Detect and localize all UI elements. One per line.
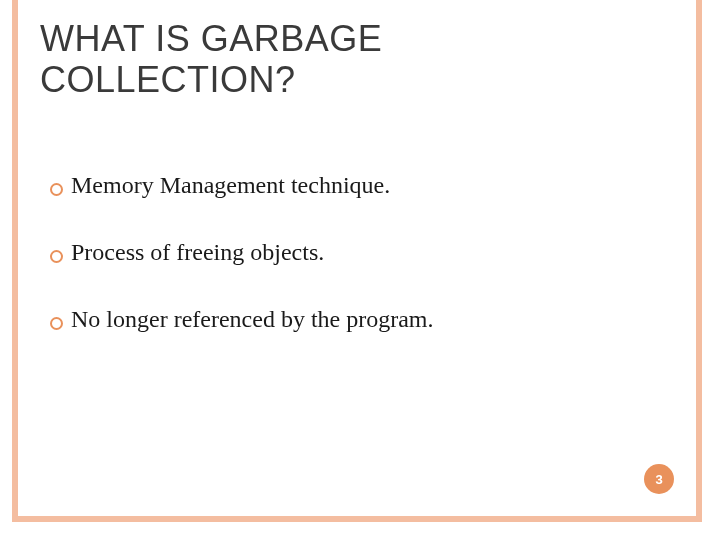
- bullet-ring-icon: [50, 183, 63, 196]
- bullet-text: No longer referenced by the program.: [71, 306, 650, 333]
- slide-title: WHAT IS GARBAGE COLLECTION?: [40, 18, 640, 101]
- bullet-text: Memory Management technique.: [71, 172, 650, 199]
- frame-left: [12, 0, 18, 522]
- page-number-badge: 3: [644, 464, 674, 494]
- bullet-ring-icon: [50, 317, 63, 330]
- frame-right: [696, 0, 702, 522]
- list-item: Process of freeing objects.: [50, 239, 650, 266]
- page-number: 3: [655, 472, 662, 487]
- slide: WHAT IS GARBAGE COLLECTION? Memory Manag…: [0, 0, 720, 540]
- frame-bottom: [12, 516, 702, 522]
- list-item: No longer referenced by the program.: [50, 306, 650, 333]
- bullet-list: Memory Management technique. Process of …: [50, 172, 650, 373]
- bullet-ring-icon: [50, 250, 63, 263]
- bullet-text: Process of freeing objects.: [71, 239, 650, 266]
- list-item: Memory Management technique.: [50, 172, 650, 199]
